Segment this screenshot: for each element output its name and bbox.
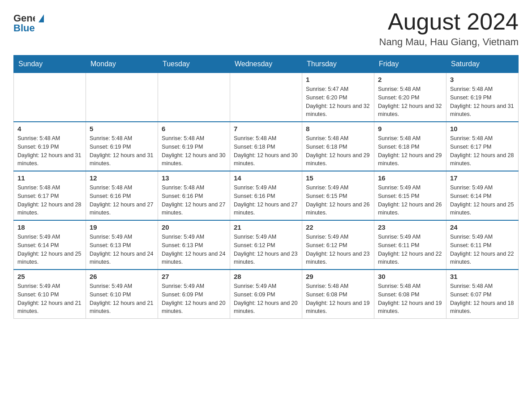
day-info: Sunrise: 5:48 AMSunset: 6:19 PMDaylight:… (450, 85, 515, 119)
day-info: Sunrise: 5:49 AMSunset: 6:10 PMDaylight:… (90, 282, 154, 316)
table-row: 2Sunrise: 5:48 AMSunset: 6:20 PMDaylight… (374, 73, 446, 122)
day-info: Sunrise: 5:49 AMSunset: 6:09 PMDaylight:… (234, 282, 298, 316)
table-row: 20Sunrise: 5:49 AMSunset: 6:13 PMDayligh… (158, 220, 230, 270)
day-info: Sunrise: 5:49 AMSunset: 6:15 PMDaylight:… (306, 184, 370, 217)
day-info: Sunrise: 5:49 AMSunset: 6:13 PMDaylight:… (162, 233, 226, 266)
table-row: 22Sunrise: 5:49 AMSunset: 6:12 PMDayligh… (302, 220, 374, 270)
day-info: Sunrise: 5:48 AMSunset: 6:08 PMDaylight:… (378, 282, 442, 316)
day-info: Sunrise: 5:49 AMSunset: 6:11 PMDaylight:… (378, 233, 442, 266)
table-row: 5Sunrise: 5:48 AMSunset: 6:19 PMDaylight… (86, 122, 158, 171)
table-row: 1Sunrise: 5:47 AMSunset: 6:20 PMDaylight… (302, 73, 374, 122)
day-number: 13 (162, 174, 226, 182)
day-number: 26 (90, 273, 154, 280)
calendar-week-row: 4Sunrise: 5:48 AMSunset: 6:19 PMDaylight… (14, 122, 519, 171)
calendar-header-row: Sunday Monday Tuesday Wednesday Thursday… (14, 56, 519, 73)
table-row: 16Sunrise: 5:49 AMSunset: 6:15 PMDayligh… (374, 171, 446, 220)
svg-text:Blue: Blue (13, 22, 35, 32)
table-row (158, 73, 230, 122)
table-row (86, 73, 158, 122)
day-number: 20 (162, 223, 226, 231)
table-row: 8Sunrise: 5:48 AMSunset: 6:18 PMDaylight… (302, 122, 374, 171)
table-row: 23Sunrise: 5:49 AMSunset: 6:11 PMDayligh… (374, 220, 446, 270)
day-number: 23 (378, 223, 442, 231)
day-number: 31 (450, 273, 515, 280)
table-row: 27Sunrise: 5:49 AMSunset: 6:09 PMDayligh… (158, 270, 230, 319)
calendar-week-row: 25Sunrise: 5:49 AMSunset: 6:10 PMDayligh… (14, 270, 519, 319)
day-info: Sunrise: 5:49 AMSunset: 6:12 PMDaylight:… (306, 233, 370, 266)
day-number: 25 (17, 273, 82, 280)
day-info: Sunrise: 5:49 AMSunset: 6:16 PMDaylight:… (234, 184, 298, 217)
table-row (230, 73, 302, 122)
day-number: 4 (17, 125, 82, 133)
day-number: 11 (17, 174, 82, 182)
day-info: Sunrise: 5:48 AMSunset: 6:17 PMDaylight:… (450, 134, 515, 168)
day-number: 30 (378, 273, 442, 280)
calendar-table: Sunday Monday Tuesday Wednesday Thursday… (13, 55, 519, 319)
table-row: 17Sunrise: 5:49 AMSunset: 6:14 PMDayligh… (446, 171, 519, 220)
day-number: 24 (450, 223, 515, 231)
table-row: 19Sunrise: 5:49 AMSunset: 6:13 PMDayligh… (86, 220, 158, 270)
day-number: 6 (162, 125, 226, 133)
table-row: 3Sunrise: 5:48 AMSunset: 6:19 PMDaylight… (446, 73, 519, 122)
logo-icon: General Blue (13, 9, 35, 32)
day-info: Sunrise: 5:49 AMSunset: 6:14 PMDaylight:… (17, 233, 82, 266)
day-number: 14 (234, 174, 298, 182)
day-number: 15 (306, 174, 370, 182)
day-info: Sunrise: 5:48 AMSunset: 6:19 PMDaylight:… (17, 134, 82, 168)
day-number: 19 (90, 223, 154, 231)
calendar-week-row: 11Sunrise: 5:48 AMSunset: 6:17 PMDayligh… (14, 171, 519, 220)
day-number: 2 (378, 76, 442, 83)
day-number: 7 (234, 125, 298, 133)
table-row: 30Sunrise: 5:48 AMSunset: 6:08 PMDayligh… (374, 270, 446, 319)
table-row: 28Sunrise: 5:49 AMSunset: 6:09 PMDayligh… (230, 270, 302, 319)
day-info: Sunrise: 5:49 AMSunset: 6:10 PMDaylight:… (17, 282, 82, 316)
table-row: 7Sunrise: 5:48 AMSunset: 6:18 PMDaylight… (230, 122, 302, 171)
day-info: Sunrise: 5:49 AMSunset: 6:09 PMDaylight:… (162, 282, 226, 316)
table-row: 10Sunrise: 5:48 AMSunset: 6:17 PMDayligh… (446, 122, 519, 171)
table-row: 11Sunrise: 5:48 AMSunset: 6:17 PMDayligh… (14, 171, 86, 220)
day-info: Sunrise: 5:49 AMSunset: 6:11 PMDaylight:… (450, 233, 515, 266)
day-number: 5 (90, 125, 154, 133)
day-info: Sunrise: 5:47 AMSunset: 6:20 PMDaylight:… (306, 85, 370, 119)
table-row: 26Sunrise: 5:49 AMSunset: 6:10 PMDayligh… (86, 270, 158, 319)
table-row: 6Sunrise: 5:48 AMSunset: 6:19 PMDaylight… (158, 122, 230, 171)
title-block: August 2024 Nang Mau, Hau Giang, Vietnam (379, 9, 519, 48)
col-wednesday: Wednesday (230, 56, 302, 73)
col-friday: Friday (374, 56, 446, 73)
day-info: Sunrise: 5:48 AMSunset: 6:17 PMDaylight:… (17, 184, 82, 217)
col-tuesday: Tuesday (158, 56, 230, 73)
logo: General Blue (13, 9, 44, 32)
day-info: Sunrise: 5:48 AMSunset: 6:18 PMDaylight:… (378, 134, 442, 168)
day-number: 3 (450, 76, 515, 83)
day-info: Sunrise: 5:48 AMSunset: 6:16 PMDaylight:… (90, 184, 154, 217)
day-number: 12 (90, 174, 154, 182)
table-row: 12Sunrise: 5:48 AMSunset: 6:16 PMDayligh… (86, 171, 158, 220)
day-info: Sunrise: 5:48 AMSunset: 6:08 PMDaylight:… (306, 282, 370, 316)
table-row: 9Sunrise: 5:48 AMSunset: 6:18 PMDaylight… (374, 122, 446, 171)
table-row: 24Sunrise: 5:49 AMSunset: 6:11 PMDayligh… (446, 220, 519, 270)
page-header: General Blue August 2024 Nang Mau, Hau G… (13, 9, 519, 48)
col-monday: Monday (86, 56, 158, 73)
col-sunday: Sunday (14, 56, 86, 73)
col-saturday: Saturday (446, 56, 519, 73)
table-row: 14Sunrise: 5:49 AMSunset: 6:16 PMDayligh… (230, 171, 302, 220)
table-row: 21Sunrise: 5:49 AMSunset: 6:12 PMDayligh… (230, 220, 302, 270)
calendar-week-row: 1Sunrise: 5:47 AMSunset: 6:20 PMDaylight… (14, 73, 519, 122)
day-info: Sunrise: 5:49 AMSunset: 6:12 PMDaylight:… (234, 233, 298, 266)
day-info: Sunrise: 5:49 AMSunset: 6:15 PMDaylight:… (378, 184, 442, 217)
day-info: Sunrise: 5:48 AMSunset: 6:18 PMDaylight:… (234, 134, 298, 168)
day-number: 18 (17, 223, 82, 231)
table-row: 31Sunrise: 5:48 AMSunset: 6:07 PMDayligh… (446, 270, 519, 319)
day-number: 1 (306, 76, 370, 83)
day-info: Sunrise: 5:48 AMSunset: 6:16 PMDaylight:… (162, 184, 226, 217)
day-info: Sunrise: 5:49 AMSunset: 6:13 PMDaylight:… (90, 233, 154, 266)
table-row: 25Sunrise: 5:49 AMSunset: 6:10 PMDayligh… (14, 270, 86, 319)
day-info: Sunrise: 5:48 AMSunset: 6:19 PMDaylight:… (90, 134, 154, 168)
day-number: 21 (234, 223, 298, 231)
table-row: 29Sunrise: 5:48 AMSunset: 6:08 PMDayligh… (302, 270, 374, 319)
calendar-week-row: 18Sunrise: 5:49 AMSunset: 6:14 PMDayligh… (14, 220, 519, 270)
day-info: Sunrise: 5:48 AMSunset: 6:07 PMDaylight:… (450, 282, 515, 316)
table-row: 18Sunrise: 5:49 AMSunset: 6:14 PMDayligh… (14, 220, 86, 270)
day-number: 27 (162, 273, 226, 280)
day-number: 17 (450, 174, 515, 182)
